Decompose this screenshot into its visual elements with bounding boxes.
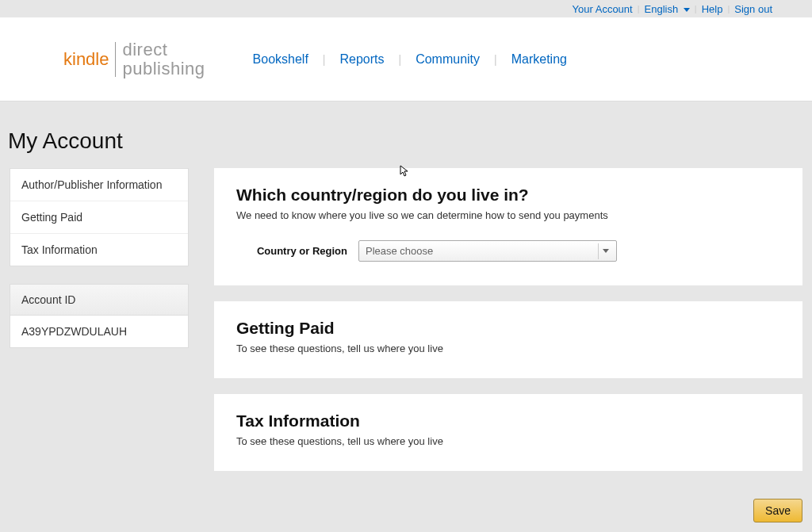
logo-dp-text: direct publishing [122,40,205,77]
account-id-value: A39YPDZWDULAUH [10,316,188,347]
sign-out-link[interactable]: Sign out [734,3,772,15]
country-region-row: Country or Region Please choose [236,240,780,262]
kdp-logo[interactable]: kindle direct publishing [63,40,205,77]
country-region-title: Which country/region do you live in? [236,186,780,205]
country-region-field-label: Country or Region [236,245,347,257]
sidebar: Author/Publisher Information Getting Pai… [10,168,189,471]
sidebar-item-getting-paid[interactable]: Getting Paid [10,201,188,234]
sidebar-account-id: Account ID A39YPDZWDULAUH [10,284,189,348]
account-id-label: Account ID [10,285,188,316]
sidebar-sections: Author/Publisher Information Getting Pai… [10,168,189,266]
separator: | [399,53,402,66]
your-account-link[interactable]: Your Account [573,3,633,15]
nav-community[interactable]: Community [416,52,480,67]
primary-nav: Bookshelf | Reports | Community | Market… [253,52,567,67]
sidebar-item-author-info[interactable]: Author/Publisher Information [10,169,188,201]
separator: | [727,4,730,13]
help-link[interactable]: Help [702,3,723,15]
logo-divider [115,42,116,77]
getting-paid-title: Getting Paid [236,319,780,338]
save-button-wrap: Save [753,499,802,522]
content-area: Which country/region do you live in? We … [214,168,802,471]
tax-info-title: Tax Information [236,411,780,431]
tax-info-card: Tax Information To see these questions, … [214,394,802,471]
country-region-select[interactable]: Please choose [358,240,617,262]
chevron-down-icon [684,8,690,12]
country-region-select-wrap: Please choose [358,240,617,262]
logo-kindle-text: kindle [63,49,115,70]
utility-bar: Your Account | English | Help | Sign out [0,0,812,17]
nav-reports[interactable]: Reports [339,52,384,67]
separator: | [638,4,640,13]
getting-paid-card: Getting Paid To see these questions, tel… [214,301,802,378]
page-title: My Account [0,101,812,168]
nav-marketing[interactable]: Marketing [511,52,567,67]
tax-info-subtitle: To see these questions, tell us where yo… [236,435,780,447]
main-layout: Author/Publisher Information Getting Pai… [0,168,812,471]
save-button[interactable]: Save [753,499,802,522]
separator: | [494,53,497,66]
separator: | [695,4,697,13]
nav-bookshelf[interactable]: Bookshelf [253,52,308,67]
getting-paid-subtitle: To see these questions, tell us where yo… [236,343,780,354]
main-header: kindle direct publishing Bookshelf | Rep… [0,17,812,101]
language-selector[interactable]: English [645,3,690,15]
country-region-card: Which country/region do you live in? We … [214,168,802,285]
sidebar-item-tax-info[interactable]: Tax Information [10,234,188,266]
country-region-subtitle: We need to know where you live so we can… [236,209,780,221]
separator: | [323,53,326,66]
